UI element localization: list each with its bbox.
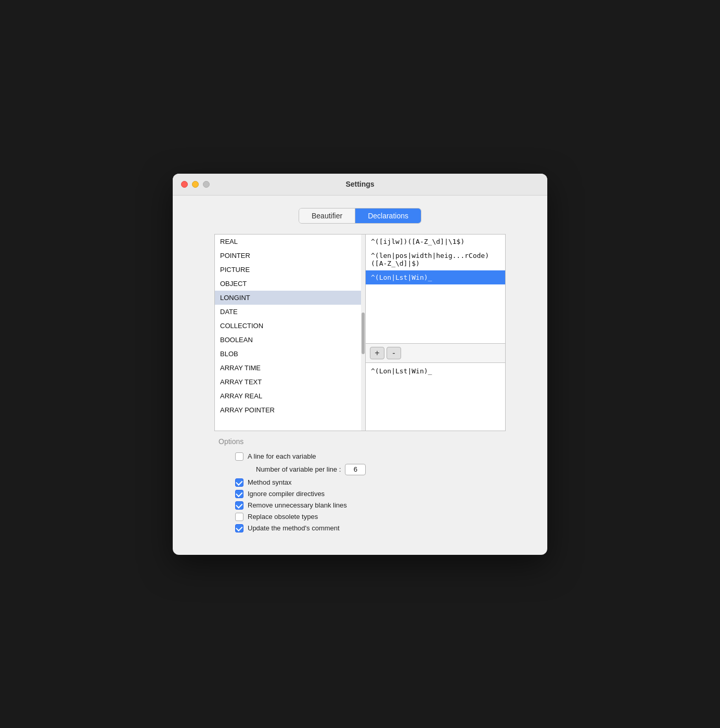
checkbox-replace-obsolete[interactable] [235, 513, 243, 521]
patterns-list[interactable]: ^([ijlw])([A-Z_\d]|\1$) ^(len|pos|width|… [366, 235, 505, 344]
settings-window: Settings Beautifier Declarations REAL PO… [173, 174, 547, 555]
option-row-method-syntax: Method syntax [214, 477, 506, 488]
list-item-pointer[interactable]: POINTER [215, 249, 365, 263]
options-section: Options A line for each variable Number … [214, 437, 506, 534]
list-item-picture[interactable]: PICTURE [215, 263, 365, 277]
right-panel: ^([ijlw])([A-Z_\d]|\1$) ^(len|pos|width|… [366, 235, 505, 431]
checkbox-method-syntax[interactable] [235, 478, 243, 487]
maximize-button[interactable] [203, 181, 210, 188]
option-row-variable-per-line: Number of variable per line : [214, 462, 506, 477]
scrollbar-thumb[interactable] [362, 313, 365, 354]
pattern-item-1[interactable]: ^([ijlw])([A-Z_\d]|\1$) [366, 235, 505, 249]
checkbox-update-comment[interactable] [235, 524, 243, 532]
list-item-real[interactable]: REAL [215, 235, 365, 249]
checkbox-line-per-variable[interactable] [235, 452, 243, 461]
list-item-array-time[interactable]: ARRAY TIME [215, 361, 365, 375]
pattern-item-3[interactable]: ^(Lon|Lst|Win)_ [366, 270, 505, 284]
list-item-longint[interactable]: LONGINT [215, 291, 365, 305]
pattern-item-2[interactable]: ^(len|pos|width|heig...rCode)([A-Z_\d]|$… [366, 249, 505, 270]
type-list-panel[interactable]: REAL POINTER PICTURE OBJECT LONGINT DATE… [215, 235, 366, 431]
label-line-per-variable: A line for each variable [248, 452, 316, 460]
label-method-syntax: Method syntax [248, 478, 292, 486]
tabs: Beautifier Declarations [299, 208, 421, 224]
checkbox-remove-blank-lines[interactable] [235, 501, 243, 510]
options-title: Options [214, 437, 506, 446]
tab-beautifier[interactable]: Beautifier [299, 209, 355, 223]
pattern-preview: ^(Lon|Lst|Win)_ [366, 363, 505, 431]
list-item-array-text[interactable]: ARRAY TEXT [215, 375, 365, 389]
traffic-lights [181, 181, 210, 188]
list-item-collection[interactable]: COLLECTION [215, 319, 365, 333]
list-item-array-pointer[interactable]: ARRAY POINTER [215, 403, 365, 417]
list-item-date[interactable]: DATE [215, 305, 365, 319]
label-replace-obsolete: Replace obsolete types [248, 513, 318, 521]
list-item-object[interactable]: OBJECT [215, 277, 365, 291]
option-row-ignore-compiler: Ignore compiler directives [214, 488, 506, 500]
list-item-blob[interactable]: BLOB [215, 347, 365, 361]
window-title: Settings [345, 180, 374, 188]
tabs-container: Beautifier Declarations [214, 208, 506, 224]
tab-declarations[interactable]: Declarations [355, 209, 421, 223]
pattern-buttons: + - [366, 344, 505, 363]
close-button[interactable] [181, 181, 188, 188]
minimize-button[interactable] [192, 181, 199, 188]
label-variable-per-line: Number of variable per line : [256, 465, 341, 473]
titlebar: Settings [173, 174, 547, 196]
list-item-boolean[interactable]: BOOLEAN [215, 333, 365, 347]
add-pattern-button[interactable]: + [370, 347, 384, 359]
remove-pattern-button[interactable]: - [387, 347, 401, 359]
content-area: Beautifier Declarations REAL POINTER PIC… [173, 196, 547, 555]
label-update-comment: Update the method's comment [248, 524, 340, 532]
label-ignore-compiler: Ignore compiler directives [248, 490, 325, 498]
main-area: REAL POINTER PICTURE OBJECT LONGINT DATE… [214, 234, 506, 431]
scrollbar-track [361, 235, 365, 431]
option-row-line-per-variable: A line for each variable [214, 451, 506, 462]
variable-per-line-input[interactable] [345, 464, 366, 475]
checkbox-ignore-compiler[interactable] [235, 490, 243, 498]
label-remove-blank-lines: Remove unnecessary blank lines [248, 501, 347, 509]
list-item-array-real[interactable]: ARRAY REAL [215, 389, 365, 403]
option-row-update-comment: Update the method's comment [214, 523, 506, 534]
option-row-replace-obsolete: Replace obsolete types [214, 511, 506, 523]
option-row-remove-blank-lines: Remove unnecessary blank lines [214, 500, 506, 511]
